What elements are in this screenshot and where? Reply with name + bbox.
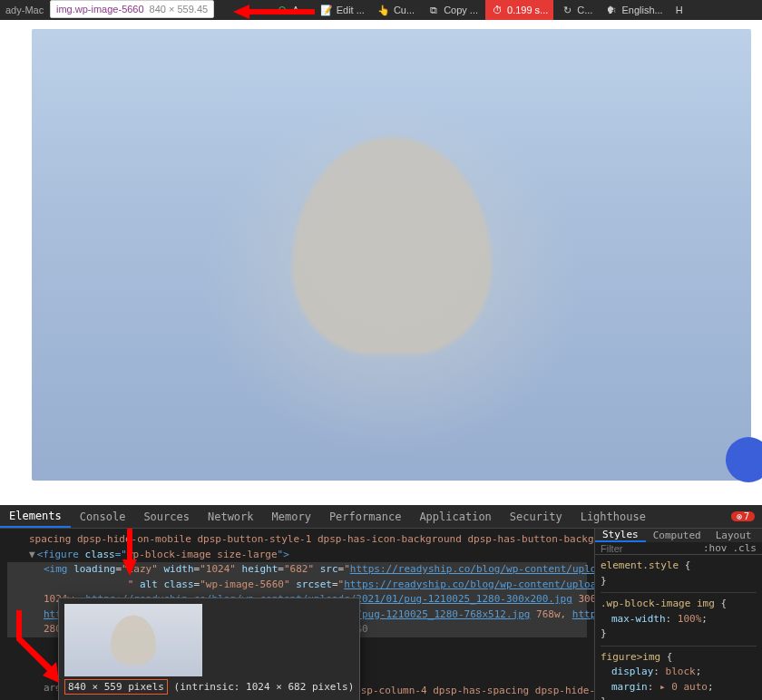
tab-elements[interactable]: Elements — [0, 505, 71, 528]
image-hover-preview: 840 × 559 pixels (intrinsic: 1024 × 682 … — [58, 598, 360, 700]
tab-fragment: ady-Mac — [0, 5, 44, 15]
webpage-viewport — [0, 20, 762, 505]
styles-tab-computed[interactable]: Computed — [646, 529, 708, 542]
error-badge[interactable]: ⊗7 — [731, 511, 755, 521]
tab-performance[interactable]: Performance — [320, 505, 410, 528]
annotation-arrow-bottom — [9, 610, 59, 688]
error-icon: ⊗ — [737, 511, 742, 521]
tab-memory[interactable]: Memory — [263, 505, 320, 528]
annotation-arrow-top — [233, 3, 315, 24]
devtools-tabs: Elements Console Sources Network Memory … — [0, 505, 762, 529]
refresh-icon: ↻ — [561, 4, 573, 16]
tab-lighthouse[interactable]: Lighthouse — [572, 505, 655, 528]
styles-tab-styles[interactable]: Styles — [595, 529, 646, 542]
tooltip-dimensions: 840 × 559.45 — [150, 4, 209, 15]
toolbar-item[interactable]: H — [670, 0, 689, 20]
rendered-pixels: 840 × 559 pixels — [64, 679, 168, 695]
tab-security[interactable]: Security — [501, 505, 572, 528]
tab-application[interactable]: Application — [410, 505, 500, 528]
annotation-arrow-mid — [120, 529, 140, 581]
styles-filter-input[interactable] — [601, 543, 655, 554]
tab-console[interactable]: Console — [71, 505, 135, 528]
elements-tree[interactable]: spacing dpsp-hide-on-mobile dpsp-button-… — [0, 529, 594, 700]
hero-image[interactable] — [32, 29, 751, 481]
cursor-icon: 👆 — [377, 4, 390, 16]
intrinsic-pixels: (intrinsic: 1024 × 682 pixels) — [174, 681, 355, 693]
gauge-icon: ⏱ — [491, 4, 503, 16]
svg-marker-2 — [16, 610, 59, 683]
tab-sources[interactable]: Sources — [134, 505, 199, 528]
translate-icon: 🗣 — [605, 4, 618, 16]
svg-marker-0 — [233, 5, 315, 19]
hover-thumbnail — [64, 604, 202, 676]
toolbar-item[interactable]: 👆Cu... — [372, 0, 420, 20]
copy-icon: ⧉ — [427, 4, 440, 16]
toolbar-item[interactable]: ↻C... — [555, 0, 598, 20]
tooltip-selector: img.wp-image-5660 — [56, 4, 144, 15]
toolbar-item[interactable]: ⧉Copy ... — [422, 0, 484, 20]
toolbar-item[interactable]: 🗣English... — [600, 0, 668, 20]
devtools-panel: Elements Console Sources Network Memory … — [0, 505, 762, 700]
element-inspector-tooltip: img.wp-image-5660 840 × 559.45 — [50, 0, 214, 18]
styles-rules[interactable]: element.style {} .wp-block-image img { m… — [595, 555, 762, 700]
svg-marker-1 — [122, 529, 137, 576]
devtools-body: spacing dpsp-hide-on-mobile dpsp-button-… — [0, 529, 762, 700]
toolbar-items: A... 📝Edit ... 👆Cu... ⧉Copy ... ⏱0.199 s… — [270, 0, 688, 20]
edit-icon: 📝 — [320, 4, 333, 16]
cls-toggle[interactable]: .cls — [733, 542, 757, 554]
tab-network[interactable]: Network — [199, 505, 263, 528]
styles-filter-row: :hov .cls — [595, 542, 762, 555]
browser-extensions-toolbar: ady-Mac img.wp-image-5660 840 × 559.45 A… — [0, 0, 762, 20]
toolbar-item[interactable]: 📝Edit ... — [315, 0, 370, 20]
styles-panel: Styles Computed Layout :hov .cls element… — [594, 529, 762, 700]
hov-toggle[interactable]: :hov — [703, 542, 728, 554]
styles-tabs: Styles Computed Layout — [595, 529, 762, 542]
toolbar-item-speed[interactable]: ⏱0.199 s... — [485, 0, 553, 20]
styles-tab-layout[interactable]: Layout — [708, 529, 759, 542]
